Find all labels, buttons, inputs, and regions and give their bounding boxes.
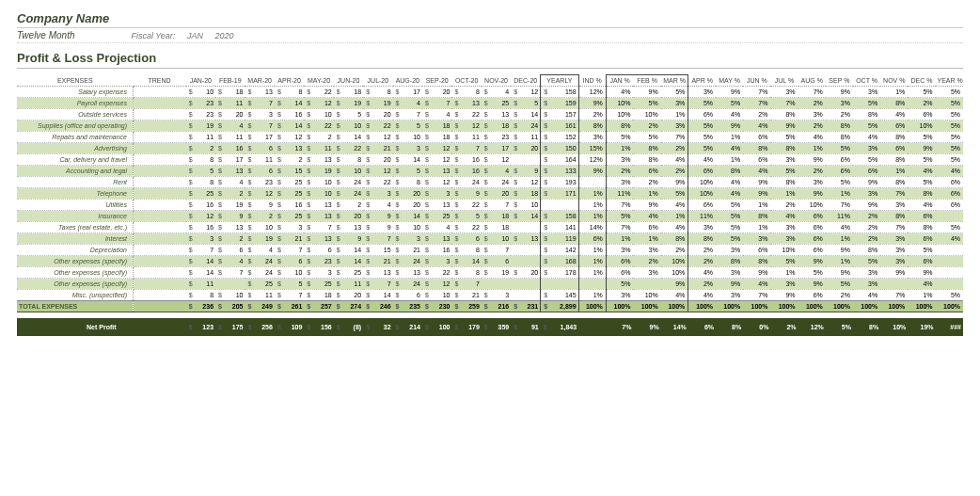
money-cell: $19: [482, 267, 511, 279]
pct-cell: 2%: [606, 166, 633, 177]
money-cell: $257: [304, 301, 333, 312]
money-cell: $16: [215, 143, 245, 154]
pl-table: EXPENSES TREND JAN-20 FEB-19 MAR-20 APR-…: [17, 74, 963, 336]
money-cell: $216: [482, 301, 511, 312]
money-cell: $20: [422, 87, 451, 98]
pct-cell: 9%: [633, 318, 660, 336]
money-cell: $24: [334, 177, 363, 188]
trend-cell: [134, 143, 186, 154]
money-cell: $133: [541, 166, 578, 177]
money-cell: $2: [215, 233, 245, 245]
trend-cell: [134, 245, 186, 256]
money-cell: $25: [482, 98, 511, 109]
pct-cell: 1%: [798, 143, 826, 154]
money-cell: $13: [304, 154, 333, 166]
money-cell: $12: [422, 177, 451, 188]
pct-cell: 1%: [716, 154, 743, 166]
money-cell: $15: [363, 245, 392, 256]
pct-cell: 4%: [798, 132, 826, 143]
money-cell: $14: [334, 245, 363, 256]
pct-cell: 6%: [688, 200, 716, 211]
money-cell: $21: [363, 143, 392, 154]
pct-cell: [633, 279, 660, 290]
net-label: Net Profit: [17, 318, 186, 336]
money-cell: $2: [304, 132, 333, 143]
pct-cell: 6%: [798, 222, 826, 233]
pct-cell: 5%: [661, 87, 688, 98]
pct-cell: 5%: [661, 188, 688, 200]
pct-cell: 6%: [743, 132, 770, 143]
pct-cell: 3%: [853, 143, 880, 154]
pct-cell: 4%: [688, 267, 716, 279]
row-label: Payroll expenses: [17, 98, 134, 109]
pct-cell: 4%: [908, 200, 935, 211]
pct-cell: 10%: [908, 120, 935, 132]
pct-cell: 11%: [606, 188, 633, 200]
pct-cell: 100%: [716, 301, 743, 312]
pct-cell: 3%: [770, 87, 798, 98]
pct-cell: 10%: [688, 177, 716, 188]
pct-cell: 2%: [826, 109, 853, 120]
money-cell: $5: [393, 166, 422, 177]
table-row: Other expenses (specify)$14$4$24$6$23$14…: [17, 256, 963, 267]
pct-cell: 7%: [770, 98, 798, 109]
row-label: Repairs and maintenance: [17, 132, 134, 143]
pct-cell: 100%: [908, 301, 935, 312]
money-cell: $12: [245, 188, 274, 200]
row-label: Advertising: [17, 143, 134, 154]
money-cell: $14: [334, 132, 363, 143]
money-cell: $14: [363, 290, 392, 301]
pct-cell: 9%: [633, 87, 660, 98]
table-row: Rent$8$4$23$25$10$24$22$8$12$24$24$12$19…: [17, 177, 963, 188]
money-cell: $13: [334, 222, 363, 233]
pct-cell: 1%: [661, 109, 688, 120]
pct-cell: 8%: [880, 211, 908, 222]
row-label: Car, delivery and travel: [17, 154, 134, 166]
money-cell: $8: [451, 245, 481, 256]
pct-cell: 12%: [578, 87, 606, 98]
money-cell: $12: [275, 132, 304, 143]
table-row: Interest$3$2$19$21$13$9$7$3$13$6$10$13$1…: [17, 233, 963, 245]
money-cell: $24: [245, 256, 274, 267]
money-cell: $3: [393, 233, 422, 245]
pct-cell: 7%: [880, 188, 908, 200]
money-cell: $11: [304, 143, 333, 154]
money-cell: $161: [541, 120, 578, 132]
trend-cell: [134, 222, 186, 233]
money-cell: $9: [215, 211, 245, 222]
table-row: Telephone$25$2$12$25$10$24$3$20$3$9$20$1…: [17, 188, 963, 200]
money-cell: $32: [363, 318, 392, 336]
col-month: NOV-20: [482, 75, 511, 87]
pct-cell: 10%: [880, 318, 908, 336]
pct-cell: 5%: [688, 98, 716, 109]
col-ind: IND %: [578, 75, 606, 87]
money-cell: $13: [511, 233, 540, 245]
pct-cell: 3%: [798, 177, 826, 188]
pct-cell: 3%: [770, 279, 798, 290]
pct-cell: 5%: [716, 211, 743, 222]
pct-cell: 100%: [826, 301, 853, 312]
pct-cell: 7%: [826, 200, 853, 211]
money-cell: $20: [363, 154, 392, 166]
pct-cell: 6%: [743, 245, 770, 256]
money-cell: $7: [245, 120, 274, 132]
pct-cell: 4%: [826, 222, 853, 233]
money-cell: $8: [186, 177, 215, 188]
money-cell: $7: [393, 109, 422, 120]
pct-cell: 9%: [908, 267, 935, 279]
pct-cell: [936, 279, 963, 290]
row-label: Telephone: [17, 188, 134, 200]
money-cell: $256: [245, 318, 274, 336]
pct-cell: 8%: [880, 177, 908, 188]
money-cell: $19: [304, 166, 333, 177]
pct-cell: 10%: [688, 188, 716, 200]
pct-cell: 5%: [853, 120, 880, 132]
pct-cell: 3%: [880, 245, 908, 256]
pct-cell: 8%: [633, 143, 660, 154]
money-cell: $10: [275, 267, 304, 279]
money-cell: $13: [275, 143, 304, 154]
money-cell: $21: [363, 256, 392, 267]
money-cell: $91: [511, 318, 540, 336]
row-label: Utilities: [17, 200, 134, 211]
money-cell: $259: [451, 301, 481, 312]
